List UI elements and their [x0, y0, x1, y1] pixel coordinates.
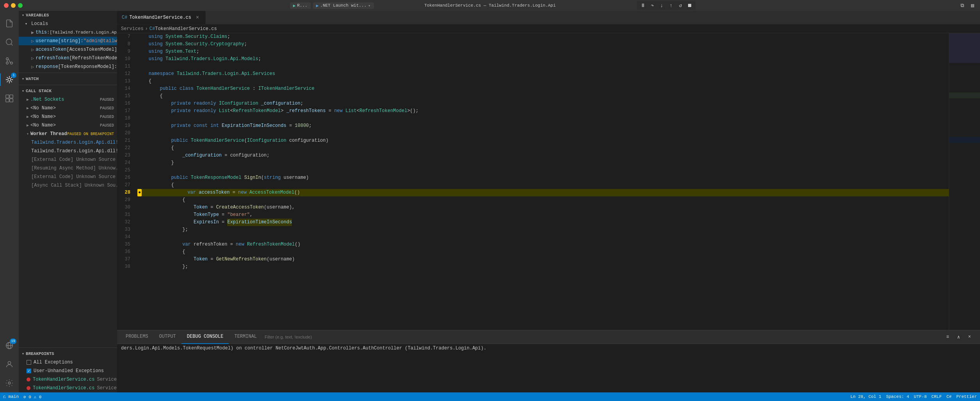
- run-config[interactable]: ▶ R...: [290, 2, 311, 9]
- cs-arrow-4: ▶: [27, 123, 29, 128]
- code-content[interactable]: using System.Security.Claims; using Syst…: [133, 33, 949, 330]
- var-username[interactable]: ▷ username [string]: "admin@tailwindt...…: [19, 37, 117, 45]
- cs-noname-2[interactable]: ▶ <No Name> PAUSED: [19, 112, 117, 121]
- sidebar-item-debug[interactable]: 1: [0, 70, 19, 89]
- var-accesstoken[interactable]: ▷ accessToken [AccessTokenModel]: null: [19, 45, 117, 54]
- callstack-arrow: ▾: [22, 89, 24, 93]
- code-line-10: using Tailwind.Traders.Login.Api.Models;: [137, 55, 949, 63]
- debug-stepover-button[interactable]: ↷: [649, 2, 656, 9]
- sidebar-item-settings[interactable]: [0, 374, 19, 392]
- status-formatter[interactable]: Prettier: [956, 394, 977, 399]
- cs-noname-3[interactable]: ▶ <No Name> PAUSED: [19, 121, 117, 130]
- cs-external-2[interactable]: [External Code] Unknown Source: [19, 173, 117, 181]
- panel-chevron-up[interactable]: ∧: [954, 333, 963, 341]
- tab-cs-icon: C#: [122, 15, 127, 20]
- cs-tailwind-1[interactable]: Tailwind.Traders.Login.Api.dll!Tailwi...: [19, 138, 117, 147]
- svg-line-6: [8, 59, 11, 63]
- code-line-29: {: [137, 196, 949, 204]
- status-encoding[interactable]: UTF-8: [914, 394, 927, 399]
- run-label: R...: [297, 3, 307, 8]
- sidebar-item-accounts[interactable]: [0, 355, 19, 374]
- code-line-19: private const int ExpirationTimeInSecond…: [137, 122, 949, 130]
- bp-all-exceptions-check[interactable]: [27, 360, 31, 365]
- status-branch[interactable]: ⎌ main: [3, 394, 19, 399]
- code-line-11: [137, 63, 949, 70]
- sidebar-item-extensions[interactable]: [0, 89, 19, 108]
- cs-noname-1[interactable]: ▶ <No Name> PAUSED: [19, 104, 117, 112]
- code-line-20: [137, 130, 949, 137]
- bp-user-unhandled-check[interactable]: ✓: [27, 369, 31, 373]
- watch-header[interactable]: ▾ WATCH: [19, 75, 117, 83]
- status-ln-col[interactable]: Ln 28, Col 1: [850, 394, 881, 399]
- breadcrumb-services[interactable]: Services: [121, 26, 144, 32]
- tab-close-button[interactable]: ×: [194, 14, 201, 21]
- sidebar-item-search[interactable]: [0, 33, 19, 52]
- locals-group[interactable]: ▾ Locals: [19, 20, 117, 28]
- split-editor-button[interactable]: ⧉: [959, 2, 966, 9]
- var-this[interactable]: ▶ this: [Tailwind.Traders.Login.Api.Se..…: [19, 28, 117, 37]
- sidebar-item-remote[interactable]: 19: [0, 336, 19, 355]
- var-response[interactable]: ▷ response [TokenResponseModel]: null: [19, 62, 117, 71]
- tab-terminal[interactable]: TERMINAL: [229, 330, 262, 344]
- code-line-25: [137, 167, 949, 174]
- divider-3: [19, 348, 117, 348]
- panel-layout-button[interactable]: ▤: [969, 2, 976, 9]
- cs-async-call[interactable]: [Async Call Stack] Unknown Sou...: [19, 181, 117, 190]
- var-accesstoken-arrow: ▷: [31, 47, 34, 53]
- svg-line-1: [11, 44, 12, 45]
- cs-net-sockets[interactable]: ▶ .Net Sockets PAUSED: [19, 95, 117, 104]
- code-line-13: {: [137, 78, 949, 85]
- bp-user-unhandled[interactable]: ✓ User-Unhandled Exceptions: [19, 367, 117, 375]
- debug-filter-input[interactable]: [262, 333, 941, 341]
- launch-config[interactable]: ▶ .NET Launch wit... ▾: [313, 2, 374, 9]
- var-refreshtoken[interactable]: ▷ refreshToken [RefreshTokenModel]: nu..…: [19, 54, 117, 62]
- breadcrumb: Services › C# TokenHandlerService.cs: [117, 25, 980, 33]
- cs-arrow-2: ▶: [27, 106, 29, 110]
- tab-problems[interactable]: PROBLEMS: [120, 330, 154, 344]
- maximize-window-button[interactable]: [18, 3, 23, 8]
- status-eol[interactable]: CRLF: [932, 394, 942, 399]
- code-line-26: public TokenResponseModel SignIn(string …: [137, 174, 949, 182]
- debug-restart-button[interactable]: ↺: [677, 2, 684, 9]
- tab-debug-console[interactable]: DEBUG CONSOLE: [181, 330, 229, 344]
- debug-continue-button[interactable]: ⏸: [639, 2, 646, 9]
- tab-output[interactable]: OUTPUT: [154, 330, 181, 344]
- debug-stop-button[interactable]: ⏹: [686, 2, 693, 9]
- cs-external-1[interactable]: [External Code] Unknown Source: [19, 155, 117, 164]
- cs-worker-thread[interactable]: ▾ Worker Thread PAUSED ON BREAKPOINT: [19, 130, 117, 138]
- minimize-window-button[interactable]: [11, 3, 16, 8]
- svg-point-0: [6, 39, 12, 45]
- status-spaces[interactable]: Spaces: 4: [886, 394, 909, 399]
- code-line-31: TokenType = "bearer",: [137, 211, 949, 219]
- cs-async[interactable]: [Resuming Async Method] Unknow...: [19, 164, 117, 173]
- divider-2: [19, 85, 117, 85]
- breadcrumb-file[interactable]: TokenHandlerService.cs: [155, 26, 217, 32]
- debug-stepinto-button[interactable]: ↓: [658, 2, 665, 9]
- status-lang[interactable]: C#: [946, 394, 952, 399]
- bp-all-exceptions[interactable]: All Exceptions: [19, 358, 117, 367]
- code-line-38: };: [137, 263, 949, 271]
- svg-point-15: [8, 362, 11, 364]
- panel-close-button[interactable]: ×: [965, 333, 974, 341]
- bp-tokenhandler-52[interactable]: TokenHandlerService.cs Services 52: [19, 384, 117, 392]
- callstack-header[interactable]: ▾ CALL STACK: [19, 87, 117, 95]
- debug-stepout-button[interactable]: ↑: [667, 2, 674, 9]
- tab-label: TokenHandlerService.cs: [129, 15, 191, 20]
- cs-tailwind-2[interactable]: Tailwind.Traders.Login.Api.dll!NetCor...: [19, 147, 117, 155]
- close-window-button[interactable]: [4, 3, 9, 8]
- code-line-23: _configuration = configuration;: [137, 152, 949, 159]
- list-layout-button[interactable]: ≡: [943, 333, 952, 341]
- variables-header[interactable]: ▾ VARIABLES: [19, 11, 117, 20]
- sidebar-item-files[interactable]: [0, 14, 19, 33]
- debug-badge: 1: [11, 73, 16, 78]
- debug-marker: ●: [137, 189, 142, 196]
- code-line-9: using System.Text;: [137, 48, 949, 55]
- bp-tokenhandler-28[interactable]: TokenHandlerService.cs Services 28: [19, 375, 117, 384]
- sidebar-item-git[interactable]: [0, 52, 19, 70]
- breadcrumb-icon: C#: [149, 26, 155, 32]
- minimap: [949, 33, 980, 330]
- tab-tokenhandlerservice[interactable]: C# TokenHandlerService.cs ×: [117, 11, 206, 24]
- code-line-22: {: [137, 144, 949, 152]
- status-errors[interactable]: ⊘ 0 ⚠ 0: [23, 394, 41, 399]
- breakpoints-header[interactable]: ▾ BREAKPOINTS: [19, 349, 117, 358]
